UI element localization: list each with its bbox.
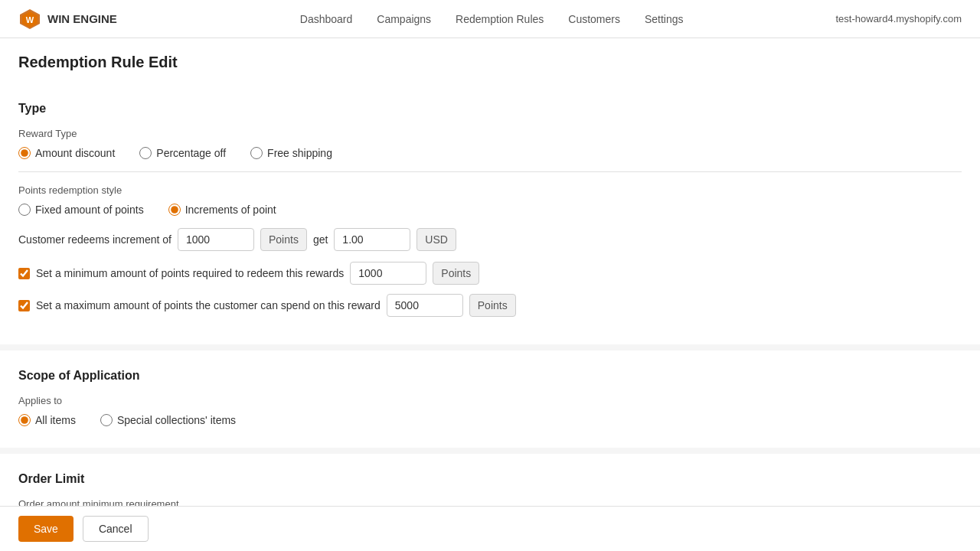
order-limit-title: Order Limit [18,472,962,486]
save-button[interactable]: Save [18,516,74,542]
nav-redemption-rules[interactable]: Redemption Rules [456,10,544,28]
applies-label: Applies to [18,395,962,406]
amount-unit-badge: USD [416,228,456,251]
logo-icon: W [18,8,41,31]
reward-type-group: Amount discount Percentage off Free ship… [18,147,962,159]
points-section: Points redemption style Fixed amount of … [18,184,962,317]
page-title: Redemption Rule Edit [0,38,980,83]
min-points-checkbox[interactable] [18,268,30,279]
points-increments[interactable]: Increments of point [168,204,276,216]
reward-amount-discount[interactable]: Amount discount [18,147,115,159]
increment-amount-input[interactable] [334,228,410,251]
type-section: Type Reward Type Amount discount Percent… [0,83,980,344]
increment-prefix: Customer redeems increment of [18,233,172,246]
points-style-label: Points redemption style [18,184,962,196]
points-fixed-amount[interactable]: Fixed amount of points [18,204,144,216]
reward-percentage-off[interactable]: Percentage off [139,147,226,159]
reward-amount-discount-label: Amount discount [35,147,115,159]
nav-customers[interactable]: Customers [568,10,620,28]
increment-points-input[interactable] [178,228,254,251]
points-fixed-amount-label: Fixed amount of points [35,204,144,216]
logo-text: WIN ENGINE [47,12,117,25]
reward-free-shipping[interactable]: Free shipping [250,147,332,159]
min-points-label: Set a minimum amount of points required … [36,267,344,279]
max-points-label: Set a maximum amount of points the custo… [36,299,381,311]
min-points-input[interactable] [350,262,426,285]
bottom-bar: Save Cancel [0,506,980,551]
increment-row: Customer redeems increment of Points get… [18,228,962,251]
scope-all-items[interactable]: All items [18,414,76,426]
max-points-input[interactable] [387,294,463,317]
section-divider [18,171,962,172]
scope-section: Scope of Application Applies to All item… [0,350,980,448]
type-section-title: Type [18,102,962,116]
max-points-checkbox[interactable] [18,300,30,311]
nav-dashboard[interactable]: Dashboard [300,10,353,28]
points-unit-badge: Points [260,228,307,251]
scope-group: All items Special collections' items [18,414,962,426]
scope-special-collections-label: Special collections' items [117,414,236,426]
nav-settings[interactable]: Settings [645,10,684,28]
nav-campaigns[interactable]: Campaigns [377,10,431,28]
max-points-unit: Points [469,294,516,317]
store-url: test-howard4.myshopify.com [836,13,962,24]
get-label: get [313,233,328,246]
scope-section-title: Scope of Application [18,369,962,383]
min-points-unit: Points [433,262,479,285]
reward-free-shipping-label: Free shipping [267,147,332,159]
reward-type-label: Reward Type [18,128,962,139]
max-points-row: Set a maximum amount of points the custo… [18,294,962,317]
points-style-group: Fixed amount of points Increments of poi… [18,204,962,216]
cancel-button[interactable]: Cancel [83,516,149,542]
logo: W WIN ENGINE [18,8,117,31]
reward-percentage-off-label: Percentage off [156,147,226,159]
main-nav: Dashboard Campaigns Redemption Rules Cus… [148,10,836,28]
points-increments-label: Increments of point [185,204,276,216]
scope-special-collections[interactable]: Special collections' items [100,414,236,426]
scope-all-items-label: All items [35,414,76,426]
header: W WIN ENGINE Dashboard Campaigns Redempt… [0,0,980,38]
svg-text:W: W [26,15,34,24]
min-points-row: Set a minimum amount of points required … [18,262,962,285]
